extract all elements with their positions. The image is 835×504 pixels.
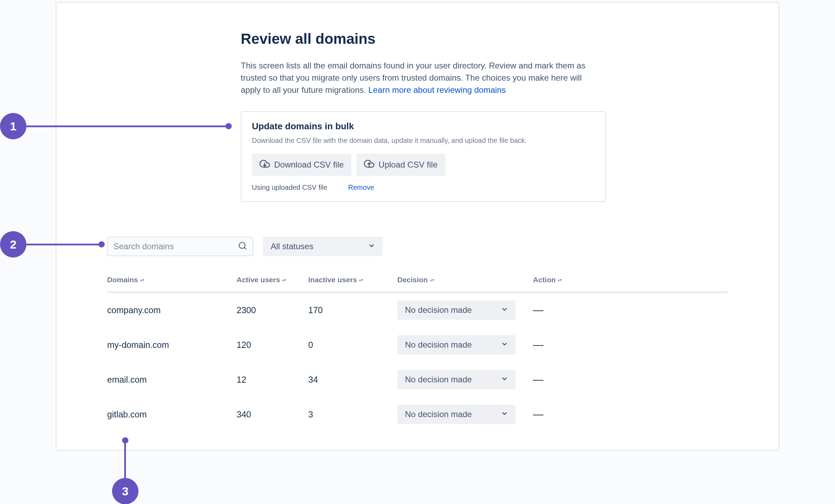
page-title: Review all domains	[241, 31, 779, 47]
search-domains-input[interactable]	[113, 242, 238, 251]
cell-active-users: 340	[237, 409, 308, 420]
decision-select-label: No decision made	[405, 375, 472, 384]
cell-active-users: 2300	[237, 305, 308, 315]
chevron-down-icon	[368, 242, 375, 251]
cell-domain: company.com	[107, 305, 237, 315]
status-filter-label: All statuses	[271, 242, 313, 251]
annotation-connector-3	[124, 442, 126, 479]
col-header-active-label: Active users	[237, 276, 280, 284]
cell-action: —	[533, 408, 603, 420]
decision-select[interactable]: No decision made	[397, 335, 516, 355]
cell-domain: email.com	[107, 375, 237, 385]
cell-inactive-users: 170	[308, 305, 397, 315]
chevron-down-icon	[501, 305, 508, 315]
col-header-decision[interactable]: Decision ▴▾	[397, 276, 533, 284]
table-row: company.com 2300 170 No decision made —	[107, 293, 728, 327]
cell-inactive-users: 0	[308, 340, 397, 350]
table-body: company.com 2300 170 No decision made — …	[107, 293, 728, 432]
main-panel: Review all domains This screen lists all…	[56, 2, 779, 450]
col-header-active-users[interactable]: Active users ▴▾	[237, 276, 308, 284]
cell-inactive-users: 3	[308, 409, 397, 420]
bulk-update-panel: Update domains in bulk Download the CSV …	[241, 111, 606, 202]
upload-csv-label: Upload CSV file	[379, 160, 437, 170]
annotation-badge-2: 2	[0, 231, 26, 258]
bulk-status-text: Using uploaded CSV file	[252, 184, 327, 192]
search-domains-box[interactable]	[107, 237, 253, 256]
cell-domain: gitlab.com	[107, 409, 237, 420]
cell-domain: my-domain.com	[107, 340, 237, 350]
page-description: This screen lists all the email domains …	[241, 60, 603, 96]
annotation-badge-1: 1	[0, 113, 26, 139]
chevron-down-icon	[501, 409, 508, 419]
col-header-domains-label: Domains	[107, 276, 138, 284]
col-header-decision-label: Decision	[397, 276, 428, 284]
annotation-connector-1	[26, 125, 226, 127]
cell-action: —	[533, 339, 603, 351]
col-header-inactive-users[interactable]: Inactive users ▴▾	[308, 276, 397, 284]
col-header-action[interactable]: Action ▴▾	[533, 276, 603, 284]
decision-select-label: No decision made	[405, 305, 472, 315]
cell-decision: No decision made	[397, 300, 533, 320]
annotation-dot-2	[98, 241, 105, 247]
bulk-title: Update domains in bulk	[252, 121, 595, 132]
annotation-connector-2	[26, 244, 100, 245]
decision-select[interactable]: No decision made	[397, 370, 516, 389]
col-header-inactive-label: Inactive users	[308, 276, 357, 284]
table-header-row: Domains ▴▾ Active users ▴▾ Inactive user…	[107, 276, 728, 293]
cell-decision: No decision made	[397, 370, 533, 389]
cell-active-users: 12	[237, 375, 308, 385]
cell-inactive-users: 34	[308, 375, 397, 385]
table-row: gitlab.com 340 3 No decision made —	[107, 397, 728, 432]
chevron-down-icon	[501, 375, 508, 384]
cell-active-users: 120	[237, 340, 308, 350]
upload-csv-button[interactable]: Upload CSV file	[356, 154, 445, 176]
cloud-download-icon	[260, 158, 270, 171]
cell-action: —	[533, 304, 603, 316]
col-header-domains[interactable]: Domains ▴▾	[107, 276, 237, 284]
bulk-description: Download the CSV file with the domain da…	[252, 137, 595, 145]
svg-line-3	[244, 247, 246, 249]
annotation-dot-1	[225, 123, 232, 129]
cell-decision: No decision made	[397, 405, 533, 424]
status-filter-select[interactable]: All statuses	[263, 237, 383, 256]
cell-decision: No decision made	[397, 335, 533, 355]
filter-row: All statuses	[107, 237, 779, 256]
chevron-down-icon	[501, 340, 508, 350]
decision-select[interactable]: No decision made	[397, 405, 516, 424]
learn-more-link[interactable]: Learn more about reviewing domains	[368, 85, 506, 95]
cloud-upload-icon	[364, 158, 374, 171]
remove-csv-link[interactable]: Remove	[348, 184, 374, 192]
decision-select-label: No decision made	[405, 340, 472, 350]
download-csv-button[interactable]: Download CSV file	[252, 154, 351, 176]
table-row: email.com 12 34 No decision made —	[107, 362, 728, 397]
bulk-status-row: Using uploaded CSV file Remove	[252, 184, 595, 192]
decision-select-label: No decision made	[405, 409, 472, 419]
domains-table: Domains ▴▾ Active users ▴▾ Inactive user…	[107, 276, 728, 432]
annotation-badge-3: 3	[112, 478, 138, 504]
cell-action: —	[533, 374, 603, 385]
table-row: my-domain.com 120 0 No decision made —	[107, 327, 728, 362]
annotation-dot-3	[122, 437, 128, 444]
download-csv-label: Download CSV file	[274, 160, 344, 170]
col-header-action-label: Action	[533, 276, 556, 284]
decision-select[interactable]: No decision made	[397, 300, 516, 320]
search-icon	[238, 241, 247, 252]
